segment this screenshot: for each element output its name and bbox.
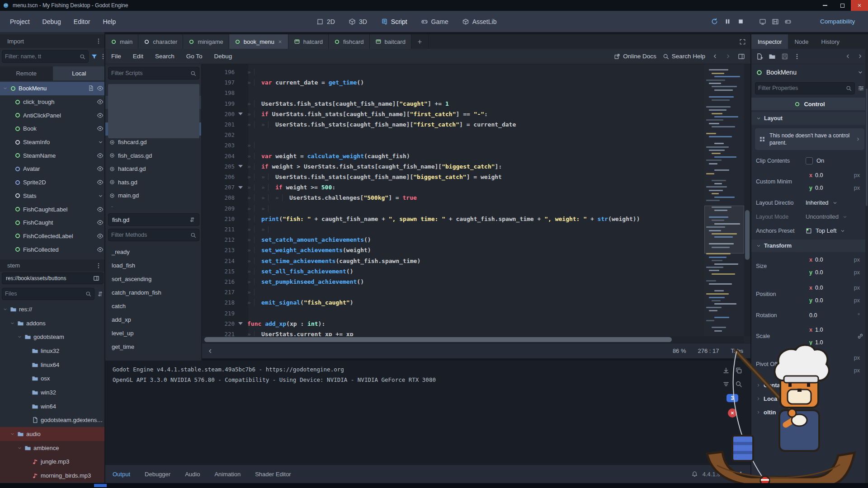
- scene-tree-item[interactable]: Book: [0, 122, 105, 136]
- menu-debug[interactable]: Debug: [36, 15, 67, 28]
- collapse-icon[interactable]: [3, 86, 8, 91]
- inspector-scrollbar[interactable]: [865, 34, 868, 483]
- scene-tab-minigame[interactable]: minigame: [183, 34, 229, 49]
- visibility-eye-icon[interactable]: [97, 246, 104, 253]
- visibility-eye-icon[interactable]: [97, 99, 104, 105]
- load-resource-icon[interactable]: [769, 53, 776, 60]
- number-field[interactable]: x0.0px: [806, 282, 863, 293]
- script-attached-icon[interactable]: [88, 85, 94, 91]
- number-field[interactable]: y0.0px: [806, 267, 863, 278]
- category-control[interactable]: Control: [751, 98, 868, 110]
- script-menu-search[interactable]: Search: [149, 53, 180, 60]
- method-list-item[interactable]: catch: [105, 299, 202, 313]
- maximize-button[interactable]: [834, 0, 851, 11]
- section-transform[interactable]: Transform: [751, 239, 868, 252]
- dock-menu-icon[interactable]: [95, 38, 102, 44]
- scene-tree-item[interactable]: AntiClickPanel: [0, 108, 105, 122]
- collapse-sidebar-icon[interactable]: [207, 347, 214, 355]
- filter-properties-input[interactable]: [758, 85, 844, 91]
- fold-arrow-icon[interactable]: [238, 186, 243, 189]
- number-field[interactable]: x1.0: [806, 324, 854, 335]
- file-tree-item[interactable]: audio: [0, 427, 105, 441]
- method-list-item[interactable]: _ready: [105, 245, 202, 258]
- visibility-eye-icon[interactable]: [97, 206, 104, 213]
- close-icon[interactable]: [278, 39, 283, 44]
- pause-button[interactable]: [724, 18, 731, 25]
- scene-tab-book_menu[interactable]: book_menu: [229, 34, 288, 49]
- dropdown[interactable]: Inherited: [806, 199, 863, 206]
- scene-tree-item[interactable]: FishCollected: [0, 243, 105, 256]
- file-tree-item[interactable]: res://: [0, 302, 105, 316]
- fold-arrow-icon[interactable]: [238, 322, 243, 325]
- stop-button[interactable]: [737, 18, 745, 25]
- vertical-scrollbar-handle[interactable]: [745, 210, 750, 260]
- chevron-down-icon[interactable]: [98, 139, 104, 145]
- sort-icon[interactable]: [189, 216, 195, 223]
- scene-tree-item[interactable]: click_trough: [0, 95, 105, 109]
- collapse-icon[interactable]: [10, 321, 15, 326]
- menu-project[interactable]: Project: [4, 15, 36, 28]
- visibility-eye-icon[interactable]: [97, 85, 104, 92]
- method-list-item[interactable]: catch_random_fish: [105, 286, 202, 299]
- tab-local[interactable]: Local: [53, 66, 106, 80]
- screen-2d[interactable]: 2D: [316, 18, 335, 25]
- file-tree-item[interactable]: linux32: [0, 344, 105, 358]
- scene-tab-character[interactable]: character: [138, 34, 183, 49]
- code-minimap[interactable]: [704, 64, 744, 336]
- reload-button[interactable]: [711, 18, 718, 25]
- files-filter-input[interactable]: [5, 291, 84, 297]
- filter-scripts-input[interactable]: [111, 70, 189, 76]
- section-layout[interactable]: Layout: [751, 112, 868, 125]
- scene-tree-item[interactable]: FishCollectedLabel: [0, 230, 105, 243]
- menu-editor[interactable]: Editor: [67, 15, 97, 28]
- filter-methods-input[interactable]: [111, 232, 189, 238]
- script-list-item[interactable]: hatcard.gd: [105, 162, 202, 176]
- panel-layout-icon[interactable]: [738, 53, 745, 60]
- scene-tab-baitcard[interactable]: baitcard: [370, 34, 411, 49]
- dots-menu-icon[interactable]: [100, 53, 105, 60]
- sliders-icon[interactable]: [858, 85, 864, 92]
- new-resource-icon[interactable]: [756, 53, 763, 60]
- scene-tree-item[interactable]: BookMenu: [0, 82, 105, 95]
- method-list-item[interactable]: get_time: [105, 340, 202, 353]
- joypad-icon[interactable]: [784, 18, 792, 25]
- visibility-eye-icon[interactable]: [97, 152, 104, 159]
- method-list-item[interactable]: load_fish: [105, 258, 202, 272]
- edited-node-row[interactable]: BookMenu: [751, 64, 868, 80]
- screen-script[interactable]: Script: [381, 18, 407, 25]
- chevron-down-icon[interactable]: [98, 193, 104, 199]
- scene-tree-item[interactable]: FishCaught: [0, 216, 105, 230]
- file-tree-item[interactable]: godotsteam.gdextension: [0, 413, 105, 427]
- history-back-icon[interactable]: [712, 53, 718, 60]
- number-field[interactable]: 0.0°: [806, 310, 863, 321]
- visibility-eye-icon[interactable]: [97, 179, 104, 186]
- funnel-icon[interactable]: [91, 53, 98, 60]
- scene-filter-input[interactable]: [5, 53, 78, 60]
- inspector-tab-history[interactable]: History: [815, 34, 846, 49]
- script-menu-file[interactable]: File: [105, 53, 127, 60]
- bottom-tab-output[interactable]: Output: [105, 465, 137, 483]
- checkbox[interactable]: [806, 157, 813, 164]
- scene-tree-item[interactable]: Sprite2D: [0, 176, 105, 189]
- file-tree-item[interactable]: osx: [0, 371, 105, 385]
- menu-help[interactable]: Help: [96, 15, 122, 28]
- number-field[interactable]: x0.0px: [806, 170, 863, 181]
- visibility-eye-icon[interactable]: [97, 125, 104, 132]
- bottom-tab-animation[interactable]: Animation: [207, 465, 248, 483]
- visibility-eye-icon[interactable]: [97, 219, 104, 226]
- new-tab-button[interactable]: [411, 34, 429, 49]
- file-tree-item[interactable]: ambience: [0, 441, 105, 455]
- script-list-scrollbar[interactable]: [108, 84, 199, 138]
- scene-tree-item[interactable]: SteamInfo: [0, 136, 105, 149]
- vertical-scrollbar[interactable]: [744, 64, 750, 336]
- bottom-tab-shader-editor[interactable]: Shader Editor: [248, 465, 298, 483]
- script-list-item[interactable]: fish_class.gd: [105, 149, 202, 163]
- inspector-scrollbar-handle[interactable]: [866, 89, 868, 206]
- script-list-item[interactable]: minigame.gd: [105, 202, 202, 207]
- history-forward-icon[interactable]: [857, 53, 863, 60]
- code-editor[interactable]: 196»197»var current_date = get_time()198…: [202, 64, 750, 343]
- file-tree-item[interactable]: jungle.mp3: [0, 455, 105, 469]
- method-list-item[interactable]: add_xp: [105, 313, 202, 326]
- renderer-dropdown[interactable]: Compatibility: [820, 18, 855, 25]
- script-list-item[interactable]: hats.gd: [105, 176, 202, 189]
